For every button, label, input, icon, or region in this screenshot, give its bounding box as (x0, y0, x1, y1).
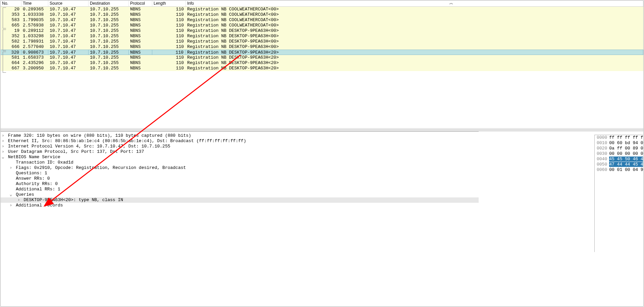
detail-text: NetBIOS Name Service (5, 155, 60, 160)
hex-row[interactable]: 0000ff ff ff ff ff (595, 135, 643, 140)
cell-time: 1.798931 (21, 39, 48, 44)
packet-row[interactable]: 5831.79903510.7.10.4710.7.10.255NBNS110R… (1, 17, 643, 23)
cell-src: 10.7.10.47 (48, 55, 89, 60)
hex-offset: 0050 (595, 162, 609, 167)
expand-icon[interactable]: › (8, 165, 13, 171)
related-bracket-icon (3, 29, 6, 50)
cell-info: Registration NB DESKTOP-9PEA63H<00> (186, 39, 643, 44)
detail-line[interactable]: › Frame 320: 110 bytes on wire (880 bits… (1, 133, 479, 138)
detail-text: Ethernet II, Src: 80:86:5b:ab:1e:c4 (80:… (5, 138, 246, 143)
cell-src: 10.7.10.47 (48, 60, 89, 66)
col-header-source[interactable]: Source (48, 1, 89, 6)
cell-len: 110 (152, 39, 186, 44)
detail-line[interactable]: ⌄ NetBIOS Name Service (1, 155, 479, 160)
related-bracket-icon (3, 52, 6, 72)
hex-bytes: 45 45 50 46 41 (609, 157, 643, 162)
cell-src: 10.7.10.47 (48, 34, 89, 39)
packet-row[interactable]: 3200.90867310.7.10.4710.7.10.255NBNS110R… (1, 50, 643, 55)
cell-time: 1.658373 (21, 55, 48, 60)
cell-src: 10.7.10.47 (48, 44, 89, 50)
cell-time: 1.033298 (21, 34, 48, 39)
cell-info: Registration NB DESKTOP-9PEA63H<00> (186, 28, 643, 34)
hex-row[interactable]: 005047 44 44 45 49 (595, 162, 643, 167)
hex-row[interactable]: 00200a ff 00 89 00 (595, 146, 643, 151)
detail-line[interactable]: Additional RRs: 1 (1, 187, 479, 192)
detail-line[interactable]: Authority RRs: 0 (1, 181, 479, 187)
packet-row[interactable]: 5811.65837310.7.10.4710.7.10.255NBNS110R… (1, 55, 643, 60)
expand-icon[interactable]: › (1, 144, 5, 149)
detail-text: DESKTOP-9PEA63H<20>: type NB, class IN (21, 197, 123, 202)
cell-time: 2.435296 (21, 60, 48, 66)
packet-row[interactable]: 200.28936510.7.10.4710.7.10.255NBNS110Re… (1, 7, 643, 12)
cell-dst: 10.7.10.255 (89, 7, 129, 12)
col-header-info[interactable]: Info (186, 1, 643, 6)
detail-line[interactable]: › Ethernet II, Src: 80:86:5b:ab:1e:c4 (8… (1, 138, 479, 144)
cell-dst: 10.7.10.255 (89, 60, 129, 66)
packet-details-pane[interactable]: › Frame 320: 110 bytes on wire (880 bits… (1, 131, 479, 249)
expand-icon[interactable]: › (1, 149, 5, 155)
cell-info: Registration NB COOLWEATHERCOAT<00> (186, 12, 643, 17)
cell-dst: 10.7.10.255 (89, 55, 129, 60)
col-header-time[interactable]: Time (21, 1, 48, 6)
cell-src: 10.7.10.47 (48, 66, 89, 71)
cell-src: 10.7.10.47 (48, 17, 89, 23)
packet-row[interactable]: 6652.57693810.7.10.4710.7.10.255NBNS110R… (1, 23, 643, 28)
cell-len: 110 (152, 44, 186, 50)
packet-row[interactable]: 190.28911210.7.10.4710.7.10.255NBNS110Re… (1, 28, 643, 34)
cell-proto: NBNS (129, 7, 152, 12)
cell-dst: 10.7.10.255 (89, 50, 129, 55)
detail-line[interactable]: › User Datagram Protocol, Src Port: 137,… (1, 149, 479, 155)
expand-icon[interactable]: › (16, 197, 21, 203)
packet-row[interactable]: 3521.03329810.7.10.4710.7.10.255NBNS110R… (1, 34, 643, 39)
hex-offset: 0020 (595, 146, 609, 151)
hex-row[interactable]: 001000 60 bd 94 00 (595, 140, 643, 146)
detail-line[interactable]: Questions: 1 (1, 171, 479, 176)
expand-icon[interactable]: › (8, 203, 13, 208)
col-header-no[interactable]: No. (1, 1, 21, 6)
col-header-length[interactable]: Length (152, 1, 186, 6)
detail-text: Queries (13, 192, 34, 197)
cell-dst: 10.7.10.255 (89, 39, 129, 44)
cell-info: Registration NB COOLWEATHERCOAT<00> (186, 17, 643, 23)
packet-row[interactable]: 6642.43529610.7.10.4710.7.10.255NBNS110R… (1, 60, 643, 66)
hex-row[interactable]: 006000 01 00 04 93 (595, 167, 643, 173)
cell-dst: 10.7.10.255 (89, 23, 129, 28)
spacer (8, 160, 13, 165)
expand-icon[interactable]: › (1, 133, 5, 138)
detail-text: Additional RRs: 1 (13, 187, 60, 192)
cell-src: 10.7.10.47 (48, 7, 89, 12)
hex-bytes: 00 01 00 04 93 (609, 167, 643, 172)
cell-len: 110 (152, 60, 186, 66)
cell-info: Registration NB DESKTOP-9PEA63H<00> (186, 34, 643, 39)
detail-text: Authority RRs: 0 (13, 181, 58, 186)
cell-info: Registration NB DESKTOP-9PEA63H<20> (186, 55, 643, 60)
cell-time: 0.289112 (21, 28, 48, 34)
detail-line[interactable]: Transaction ID: 0xad1d (1, 160, 479, 165)
cell-time: 2.577040 (21, 44, 48, 50)
detail-line[interactable]: Answer RRs: 0 (1, 176, 479, 181)
detail-line[interactable]: › DESKTOP-9PEA63H<20>: type NB, class IN (1, 197, 479, 203)
collapse-icon[interactable]: ⌄ (1, 155, 5, 160)
packet-list-pane[interactable]: No. Time Source Destination Protocol Len… (1, 1, 643, 130)
col-header-dest[interactable]: Destination (89, 1, 129, 6)
cell-proto: NBNS (129, 50, 152, 55)
collapse-icon[interactable]: ⌄ (8, 192, 13, 197)
packet-row[interactable]: 6662.57704010.7.10.4710.7.10.255NBNS110R… (1, 44, 643, 50)
cell-len: 110 (152, 50, 186, 55)
hex-bytes: ff ff ff ff ff (609, 135, 643, 140)
expand-icon[interactable]: › (1, 138, 5, 144)
detail-line[interactable]: › Internet Protocol Version 4, Src: 10.7… (1, 144, 479, 149)
cell-proto: NBNS (129, 12, 152, 17)
hex-row[interactable]: 004045 45 50 46 41 (595, 157, 643, 162)
col-header-proto[interactable]: Protocol (129, 1, 152, 6)
packet-row[interactable]: 6673.20095010.7.10.4710.7.10.255NBNS110R… (1, 66, 643, 71)
hex-row[interactable]: 003000 00 00 00 00 (595, 151, 643, 157)
detail-text: Transaction ID: 0xad1d (13, 160, 73, 165)
detail-line[interactable]: ⌄ Queries (1, 192, 479, 197)
packet-bytes-pane[interactable]: 0000ff ff ff ff ff 001000 60 bd 94 00 00… (594, 135, 643, 252)
packet-row[interactable]: 5821.79893110.7.10.4710.7.10.255NBNS110R… (1, 39, 643, 44)
detail-line[interactable]: › Additional records (1, 203, 479, 208)
detail-line[interactable]: › Flags: 0x2910, Opcode: Registration, R… (1, 165, 479, 171)
packet-row[interactable]: 3531.03333810.7.10.4710.7.10.255NBNS110R… (1, 12, 643, 17)
detail-text: Frame 320: 110 bytes on wire (880 bits),… (5, 133, 191, 138)
